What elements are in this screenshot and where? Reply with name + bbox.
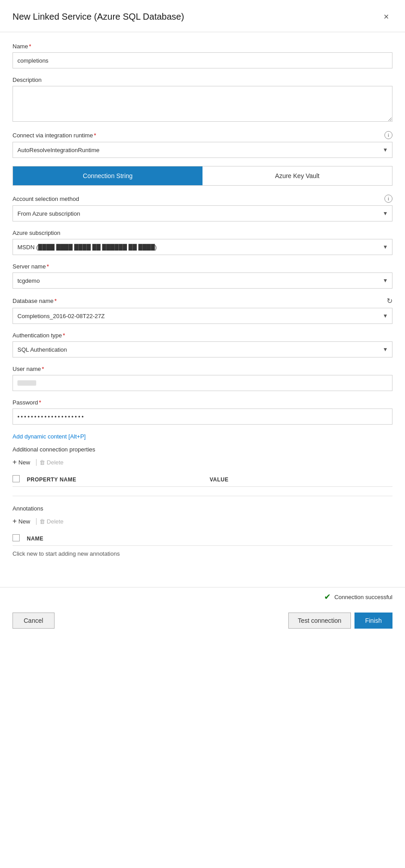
server-name-select-wrapper: tcgdemo ▼ — [13, 272, 392, 289]
status-icon: ✔ — [324, 592, 331, 602]
status-text: Connection successful — [334, 594, 392, 600]
annotations-plus-icon: + — [13, 517, 17, 525]
annotations-empty-area: Click new to start adding new annotation… — [13, 550, 392, 568]
test-connection-button[interactable]: Test connection — [288, 613, 350, 629]
username-required: * — [42, 366, 44, 372]
annotations-delete-button[interactable]: 🗑 Delete — [39, 516, 68, 527]
account-method-label: Account selection method — [13, 196, 79, 202]
server-name-label: Server name* — [13, 263, 392, 270]
account-method-group: Account selection method i From Azure su… — [13, 195, 392, 221]
annotations-empty-hint: Click new to start adding new annotation… — [13, 550, 392, 557]
header-checkbox-col — [13, 475, 27, 484]
additional-props-toolbar: + New | 🗑 Delete — [13, 456, 392, 468]
database-required: * — [55, 298, 57, 304]
database-name-select[interactable]: Completions_2016-02-08T22-27Z — [13, 308, 392, 324]
runtime-label: Connect via integration runtime* — [13, 132, 96, 139]
server-required: * — [46, 263, 49, 270]
server-name-group: Server name* tcgdemo ▼ — [13, 263, 392, 289]
account-method-select-wrapper: From Azure subscription ▼ — [13, 205, 392, 221]
name-label: Name* — [13, 43, 392, 50]
auth-type-select[interactable]: SQL Authentication — [13, 341, 392, 357]
auth-required: * — [63, 332, 65, 339]
cancel-button[interactable]: Cancel — [13, 613, 55, 629]
footer-left: Cancel — [13, 613, 55, 629]
property-name-col-header: PROPERTY NAME — [27, 477, 210, 483]
annotations-label: Annotations — [13, 505, 392, 512]
additional-props-new-button[interactable]: + New — [13, 456, 34, 468]
auth-type-select-wrapper: SQL Authentication ▼ — [13, 341, 392, 357]
runtime-group: Connect via integration runtime* i AutoR… — [13, 131, 392, 158]
additional-props-label: Additional connection properties — [13, 446, 392, 453]
annotations-new-button[interactable]: + New — [13, 515, 34, 527]
annotations-toolbar: + New | 🗑 Delete — [13, 515, 392, 527]
panel: New Linked Service (Azure SQL Database) … — [0, 0, 405, 639]
tab-connection-string[interactable]: Connection String — [13, 166, 202, 185]
value-col-header: VALUE — [210, 477, 392, 483]
annotations-table-header: NAME — [13, 532, 392, 546]
account-method-info-icon: i — [384, 195, 392, 203]
auth-type-group: Authentication type* SQL Authentication … — [13, 332, 392, 357]
finish-button[interactable]: Finish — [354, 613, 392, 629]
username-group: User name* — [13, 366, 392, 391]
username-blurred — [17, 380, 36, 386]
auth-type-label: Authentication type* — [13, 332, 392, 339]
database-refresh-icon[interactable]: ↻ — [387, 297, 392, 305]
runtime-label-row: Connect via integration runtime* i — [13, 131, 392, 139]
description-group: Description — [13, 77, 392, 123]
panel-title: New Linked Service (Azure SQL Database) — [13, 12, 184, 22]
panel-body: Name* Description Connect via integratio… — [0, 32, 405, 587]
username-label: User name* — [13, 366, 392, 372]
footer-row: Cancel Test connection Finish — [0, 606, 405, 639]
username-input-wrapper — [13, 375, 392, 391]
name-group: Name* — [13, 43, 392, 68]
annotations-trash-icon: 🗑 — [39, 518, 45, 525]
password-group: Password* — [13, 399, 392, 425]
section-divider-1 — [13, 496, 392, 496]
password-label: Password* — [13, 399, 392, 406]
footer-right: Test connection Finish — [288, 613, 392, 629]
description-input[interactable] — [13, 86, 392, 122]
account-method-select[interactable]: From Azure subscription — [13, 205, 392, 221]
database-name-label-row: Database name* ↻ — [13, 297, 392, 305]
password-required: * — [39, 399, 41, 406]
toolbar-separator-2: | — [35, 517, 37, 525]
header-checkbox[interactable] — [13, 475, 20, 482]
runtime-required: * — [94, 132, 96, 139]
close-button[interactable]: × — [380, 10, 392, 24]
panel-header: New Linked Service (Azure SQL Database) … — [0, 0, 405, 32]
tab-azure-key-vault[interactable]: Azure Key Vault — [202, 166, 392, 185]
subscription-select-wrapper: MSDN (████ ████ ████ ██ ██████ ██ ████) … — [13, 239, 392, 255]
name-required: * — [29, 43, 31, 50]
subscription-group: Azure subscription MSDN (████ ████ ████ … — [13, 230, 392, 255]
database-name-group: Database name* ↻ Completions_2016-02-08T… — [13, 297, 392, 324]
password-input[interactable] — [13, 408, 392, 425]
dynamic-content-link[interactable]: Add dynamic content [Alt+P] — [13, 433, 86, 440]
database-name-select-wrapper: Completions_2016-02-08T22-27Z ▼ — [13, 308, 392, 324]
runtime-select[interactable]: AutoResolveIntegrationRuntime — [13, 142, 392, 158]
annotations-header-checkbox-col — [13, 534, 27, 543]
annotations-header-checkbox[interactable] — [13, 534, 20, 541]
account-method-label-row: Account selection method i — [13, 195, 392, 203]
subscription-select[interactable]: MSDN (████ ████ ████ ██ ██████ ██ ████) — [13, 239, 392, 255]
toolbar-separator-1: | — [35, 458, 37, 466]
additional-props-group: Additional connection properties + New |… — [13, 446, 392, 487]
tab-row: Connection String Azure Key Vault — [13, 166, 392, 186]
status-row: ✔ Connection successful — [0, 587, 405, 606]
additional-props-table-header: PROPERTY NAME VALUE — [13, 472, 392, 487]
runtime-select-wrapper: AutoResolveIntegrationRuntime ▼ — [13, 142, 392, 158]
runtime-info-icon: i — [384, 131, 392, 139]
annotations-group: Annotations + New | 🗑 Delete NAME C — [13, 505, 392, 568]
database-name-label: Database name* — [13, 298, 57, 304]
subscription-label: Azure subscription — [13, 230, 392, 236]
additional-props-delete-button[interactable]: 🗑 Delete — [39, 457, 68, 468]
name-col-header: NAME — [27, 536, 392, 542]
server-name-select[interactable]: tcgdemo — [13, 272, 392, 289]
plus-icon: + — [13, 458, 17, 466]
description-label: Description — [13, 77, 392, 83]
name-input[interactable] — [13, 52, 392, 68]
trash-icon: 🗑 — [39, 459, 45, 466]
